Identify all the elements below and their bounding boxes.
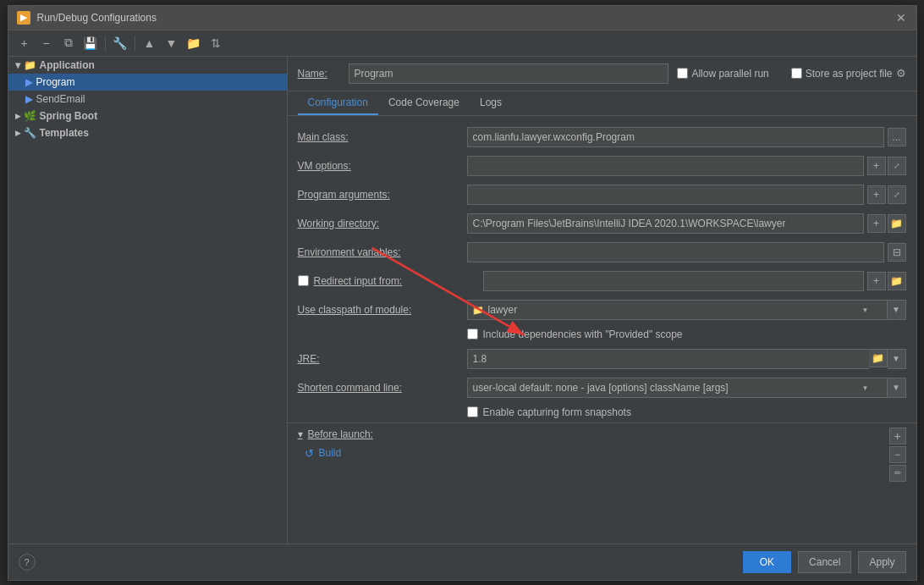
working-dir-browse-button[interactable]: 📁 — [888, 214, 906, 233]
main-class-browse-button[interactable]: ... — [888, 128, 906, 146]
cancel-button[interactable]: Cancel — [798, 551, 851, 573]
store-as-project-checkbox[interactable] — [791, 68, 802, 79]
main-class-input[interactable] — [467, 127, 884, 147]
allow-parallel-container: Allow parallel run — [677, 68, 768, 80]
include-deps-checkbox[interactable] — [467, 328, 478, 339]
title-bar: ▶ Run/Debug Configurations ✕ — [8, 6, 916, 30]
before-launch-header: ▾ Before launch: — [298, 428, 906, 440]
ok-button[interactable]: OK — [743, 551, 791, 573]
working-dir-actions: + 📁 — [867, 214, 906, 233]
vm-options-expand-button[interactable]: ⤢ — [888, 157, 906, 175]
redirect-browse-button[interactable]: 📁 — [888, 272, 906, 290]
store-gear-icon[interactable]: ⚙ — [896, 67, 906, 80]
bottom-bar: ? OK Cancel Apply — [8, 544, 916, 580]
shorten-cmd-dropdown-button[interactable]: ▼ — [888, 378, 906, 398]
move-down-button[interactable]: ▼ — [162, 34, 181, 52]
app-icon-program: ▶ — [25, 76, 33, 88]
env-vars-row: Environment variables: ⊟ — [288, 238, 916, 267]
include-deps-row: Include dependencies with "Provided" sco… — [288, 324, 916, 345]
before-launch-collapse-icon[interactable]: ▾ — [298, 428, 303, 440]
build-item: ↺ Build — [298, 444, 906, 463]
vm-options-row: VM options: + ⤢ — [288, 152, 916, 180]
help-button[interactable]: ? — [19, 554, 36, 571]
program-args-label: Program arguments: — [298, 189, 467, 201]
close-button[interactable]: ✕ — [896, 12, 908, 24]
tab-code-coverage[interactable]: Code Coverage — [378, 91, 470, 115]
env-vars-actions: ⊟ — [888, 243, 906, 262]
tree-item-program[interactable]: ▶ Program — [8, 74, 287, 91]
main-class-row: Main class: ... — [288, 123, 916, 152]
tab-logs[interactable]: Logs — [470, 91, 512, 115]
run-debug-dialog: ▶ Run/Debug Configurations ✕ + − ⧉ 💾 🔧 ▲… — [8, 5, 917, 581]
tree-group-springboot[interactable]: ▸ 🌿 Spring Boot — [8, 108, 287, 124]
main-class-label: Main class: — [298, 131, 467, 143]
store-as-project-label: Store as project file — [806, 68, 893, 80]
main-class-actions: ... — [888, 128, 906, 146]
jre-browse-button[interactable]: 📁 — [869, 349, 888, 367]
redirect-input[interactable] — [483, 271, 864, 291]
classpath-select-wrapper: lawyer 📁 — [467, 300, 888, 320]
tree-item-label-program: Program — [36, 76, 75, 88]
before-launch: ▾ Before launch: ↺ Build — [288, 422, 916, 468]
jre-dropdown-button[interactable]: ▼ — [888, 349, 906, 369]
tree-group-templates[interactable]: ▸ 🔧 Templates — [8, 124, 287, 141]
app-icon-sendemail: ▶ — [25, 93, 33, 105]
classpath-dropdown-btn[interactable]: ▼ — [888, 300, 906, 320]
copy-config-button[interactable]: ⧉ — [59, 34, 78, 52]
group-label-application: Application — [40, 59, 95, 71]
move-up-button[interactable]: ▲ — [140, 34, 159, 52]
jre-label: JRE: — [298, 353, 467, 365]
jre-input[interactable] — [467, 349, 869, 369]
group-label-springboot: Spring Boot — [40, 110, 98, 122]
env-vars-input[interactable] — [467, 242, 884, 262]
before-launch-add-button[interactable]: + — [889, 428, 906, 444]
expand-icon: ▾ — [15, 59, 20, 71]
working-dir-label: Working directory: — [298, 218, 467, 229]
shorten-cmd-label: Shorten command line: — [298, 382, 467, 394]
tree-group-application[interactable]: ▾ 📁 Application — [8, 57, 287, 74]
tab-configuration[interactable]: Configuration — [298, 91, 378, 115]
store-as-project-container: Store as project file ⚙ — [791, 67, 906, 80]
apply-button[interactable]: Apply — [858, 551, 905, 573]
before-launch-section: ▾ Before launch: ↺ Build + − ✏ — [288, 422, 916, 468]
before-launch-edit-button[interactable]: ✏ — [889, 465, 906, 482]
enable-snapshots-label: Enable capturing form snapshots — [483, 406, 631, 418]
enable-snapshots-checkbox[interactable] — [467, 406, 478, 417]
allow-parallel-label: Allow parallel run — [691, 68, 768, 80]
redirect-add-button[interactable]: + — [867, 272, 886, 290]
before-launch-remove-button[interactable]: − — [889, 446, 906, 463]
env-vars-edit-button[interactable]: ⊟ — [888, 243, 906, 262]
redirect-input-row: Redirect input from: + 📁 — [288, 267, 916, 295]
program-args-add-button[interactable]: + — [867, 185, 886, 204]
tabs-bar: Configuration Code Coverage Logs — [288, 91, 916, 116]
redirect-label: Redirect input from: — [314, 275, 483, 287]
vm-options-input[interactable] — [467, 156, 864, 176]
redirect-actions: + 📁 — [867, 272, 906, 290]
save-config-button[interactable]: 💾 — [81, 34, 100, 52]
remove-config-button[interactable]: − — [37, 34, 56, 52]
allow-parallel-checkbox[interactable] — [677, 68, 688, 79]
build-label: Build — [319, 447, 342, 459]
vm-options-label: VM options: — [298, 160, 467, 172]
name-row: Name: Allow parallel run Store as projec… — [288, 57, 916, 91]
dialog-icon: ▶ — [17, 11, 30, 25]
shorten-cmd-row: Shorten command line: user-local default… — [288, 373, 916, 402]
working-dir-row: Working directory: + 📁 — [288, 209, 916, 238]
program-args-expand-button[interactable]: ⤢ — [888, 185, 906, 204]
name-input[interactable] — [349, 63, 669, 84]
vm-options-add-button[interactable]: + — [867, 157, 886, 175]
program-args-input[interactable] — [467, 185, 864, 205]
classpath-select[interactable]: lawyer — [467, 300, 888, 320]
before-launch-controls: + − ✏ — [889, 428, 906, 482]
shorten-cmd-select[interactable]: user-local default: none - java [options… — [467, 378, 888, 398]
tree-item-sendemail[interactable]: ▶ SendEmail — [8, 91, 287, 108]
title-bar-left: ▶ Run/Debug Configurations — [17, 11, 157, 25]
settings-button[interactable]: 🔧 — [111, 34, 129, 52]
redirect-checkbox[interactable] — [298, 275, 309, 286]
sort-button[interactable]: ⇅ — [206, 34, 225, 52]
config-content: Main class: ... VM options: + ⤢ — [288, 116, 916, 544]
working-dir-add-button[interactable]: + — [867, 214, 886, 233]
move-to-group-button[interactable]: 📁 — [184, 34, 203, 52]
add-config-button[interactable]: + — [15, 34, 34, 52]
working-dir-input[interactable] — [467, 213, 864, 234]
